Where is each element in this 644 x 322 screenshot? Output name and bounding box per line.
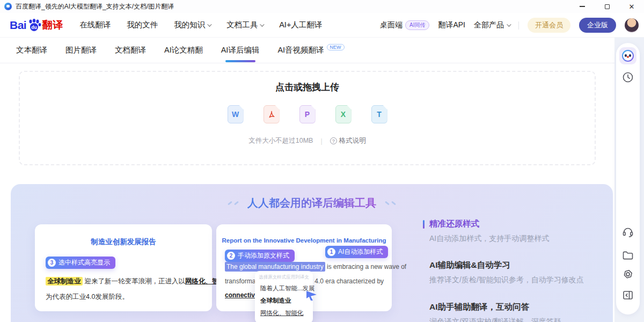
baidu-translate-app: { "window": { "title": "百度翻译_领先的AI大模型翻译_… <box>0 0 644 322</box>
maximize-button[interactable] <box>595 0 619 13</box>
selected-source-span: The global manufacturing industry <box>225 262 325 272</box>
open-vip-button[interactable]: 开通会员 <box>528 18 570 33</box>
collapse-sidebar-button[interactable] <box>621 289 634 302</box>
main-header: Bai du 翻译 在线翻译 我的文件 我的知识 文档工具 AI+人工翻译 桌面… <box>0 13 644 38</box>
feature-restore-style: 精准还原样式 AI自动添加样式，支持手动调整样式 <box>423 218 605 244</box>
feature-list: 精准还原样式 AI自动添加样式，支持手动调整样式 AI辅助编辑&自动学习 推荐译… <box>423 218 605 322</box>
style-apply-dropdown: 选择原文样式应用到译文 随着人工智能...发展 全球制造业 网络化、智能化 <box>255 271 313 322</box>
folder-icon <box>621 249 634 262</box>
user-avatar[interactable] <box>625 18 639 32</box>
window-title: 百度翻译_领先的AI大模型翻译_支持文本/文档/图片翻译 <box>16 2 174 11</box>
highlighted-term: 全球制造业 <box>46 277 83 286</box>
clock-icon <box>621 71 634 84</box>
enterprise-button[interactable]: 企业版 <box>579 18 616 33</box>
nav-ai-human-translate[interactable]: AI+人工翻译 <box>279 20 322 30</box>
english-line2-start: transforma <box>225 277 255 285</box>
nav-doc-tools[interactable]: 文档工具 <box>226 20 263 30</box>
feature-desc: AI自动添加样式，支持手动调整样式 <box>429 234 605 244</box>
customer-service-button[interactable] <box>621 225 634 238</box>
collapse-panel-icon <box>621 289 634 302</box>
dropdown-item-3[interactable]: 网络化、智能化 <box>255 307 313 319</box>
manual-style-badge: 2 手动添加原文样式 <box>225 250 295 262</box>
feature-desc: 推荐译文/质检/智能知识参考，自动学习修改点 <box>429 275 605 285</box>
txt-file-icon: T <box>371 105 387 123</box>
baidu-paw-icon: du <box>27 18 41 32</box>
pdf-file-icon <box>264 105 280 123</box>
post-edit-promo-section: 人人都会用的译后编辑工具 制造业创新发展报告 3 选中样式高亮显示 全球制造业迎… <box>11 184 613 322</box>
tab-ai-audio-video[interactable]: AI音视频翻译NEW <box>277 38 344 63</box>
format-help-link[interactable]: ? 格式说明 <box>330 136 366 145</box>
question-circle-icon: ? <box>330 137 337 144</box>
window-titlebar: 百度翻译_领先的AI大模型翻译_支持文本/文档/图片翻译 ✕ <box>0 0 644 13</box>
active-tab-underline <box>225 60 255 62</box>
tab-doc-translate[interactable]: 文档翻译 <box>115 38 146 63</box>
highlight-style-badge: 3 选中样式高亮显示 <box>46 257 115 269</box>
header-divider <box>518 21 519 30</box>
upload-title: 点击或拖拽上传 <box>275 81 339 93</box>
sparkle-left-icon <box>228 202 239 204</box>
english-line1: The global manufacturing industry is emb… <box>225 263 406 270</box>
upload-hint-row: 文件大小不超过10MB | ? 格式说明 <box>248 136 365 145</box>
headset-icon <box>621 225 634 238</box>
feature-title[interactable]: 精准还原样式 <box>423 218 605 230</box>
mouse-cursor-icon <box>305 290 317 301</box>
tab-ai-paper-translate[interactable]: AI论文精翻 <box>164 38 203 63</box>
chevron-down-icon <box>260 22 264 26</box>
file-size-hint: 文件大小不超过10MB <box>248 136 313 145</box>
english-line3: connectivi <box>225 291 257 299</box>
nav-my-knowledge[interactable]: 我的知识 <box>174 20 210 30</box>
baidu-translate-logo[interactable]: Bai du 翻译 <box>10 18 63 32</box>
main-nav: 在线翻译 我的文件 我的知识 文档工具 AI+人工翻译 <box>79 20 322 30</box>
dropdown-item-1[interactable]: 随着人工智能...发展 <box>255 282 313 295</box>
floating-sidebar <box>616 43 640 314</box>
all-products-menu[interactable]: 全部产品 <box>474 20 510 30</box>
gear-icon <box>621 268 634 281</box>
translation-demo-card: Report on the Innovative Development in … <box>216 224 392 311</box>
upload-dropzone[interactable]: 点击或拖拽上传 W P X T 文件大小不超过10MB | ? 格式说明 <box>19 71 596 165</box>
feature-title[interactable]: AI辅助编辑&自动学习 <box>429 260 605 271</box>
dropdown-item-2[interactable]: 全球制造业 <box>255 295 313 307</box>
desktop-client-link[interactable]: 桌面端 AI同传 <box>380 20 429 30</box>
maximize-icon <box>605 4 610 9</box>
word-file-icon: W <box>228 105 244 123</box>
new-badge: NEW <box>327 44 345 50</box>
chevron-down-icon <box>207 22 211 26</box>
feature-title[interactable]: AI助手辅助翻译，互动问答 <box>429 302 605 313</box>
translation-card-title: Report on the Innovative Development in … <box>216 237 392 244</box>
source-card-title: 制造业创新发展报告 <box>35 237 212 247</box>
ppt-file-icon: P <box>299 105 316 123</box>
english-line2-end: y 4.0 era characterized by <box>310 277 384 285</box>
promo-title-row: 人人都会用的译后编辑工具 <box>11 196 613 210</box>
translate-mode-tabs: 文本翻译 图片翻译 文档翻译 AI论文精翻 AI译后编辑 AI音视频翻译NEW <box>0 38 614 63</box>
dropdown-header: 选择原文样式应用到译文 <box>255 274 313 281</box>
translate-api-link[interactable]: 翻译API <box>438 20 465 30</box>
nav-online-translate[interactable]: 在线翻译 <box>79 20 111 30</box>
feature-ai-helper-qa: AI助手辅助翻译，互动问答 润色译文/双语审校/翻译详解，深度答疑 <box>423 302 605 322</box>
tab-image-translate[interactable]: 图片翻译 <box>65 38 97 63</box>
file-type-icons: W P X T <box>228 105 387 123</box>
hint-divider: | <box>320 137 322 145</box>
tab-ai-post-edit[interactable]: AI译后编辑 <box>221 38 260 63</box>
close-icon: ✕ <box>629 3 635 10</box>
ai-simultaneous-badge: AI同传 <box>405 20 429 30</box>
close-button[interactable]: ✕ <box>619 0 644 13</box>
tab-text-translate[interactable]: 文本翻译 <box>16 38 47 63</box>
history-button[interactable] <box>621 71 634 84</box>
chevron-down-icon <box>507 22 511 26</box>
active-indicator-bar <box>423 220 425 229</box>
ai-mascot-icon <box>622 50 634 62</box>
excel-file-icon: X <box>335 105 352 123</box>
ai-assistant-button[interactable] <box>619 47 636 64</box>
window-controls: ✕ <box>570 0 644 13</box>
nav-my-files[interactable]: 我的文件 <box>127 20 158 30</box>
pdf-acrobat-glyph <box>266 109 277 120</box>
feature-desc: 润色译文/双语审校/翻译详解，深度答疑 <box>429 317 605 322</box>
header-right: 桌面端 AI同传 翻译API 全部产品 开通会员 企业版 <box>380 13 639 38</box>
minimize-icon <box>580 6 585 6</box>
ai-auto-style-badge: 1 AI自动添加样式 <box>325 246 388 258</box>
settings-button[interactable] <box>621 268 634 281</box>
my-files-button[interactable] <box>621 249 634 262</box>
source-demo-card: 制造业创新发展报告 3 选中样式高亮显示 全球制造业迎来了新一轮变革浪潮，正进入… <box>35 224 212 311</box>
source-card-text: 全球制造业迎来了新一轮变革浪潮，正进入以网络化、智能化 为代表的工业4.0发展阶… <box>46 274 232 305</box>
minimize-button[interactable] <box>570 0 595 13</box>
